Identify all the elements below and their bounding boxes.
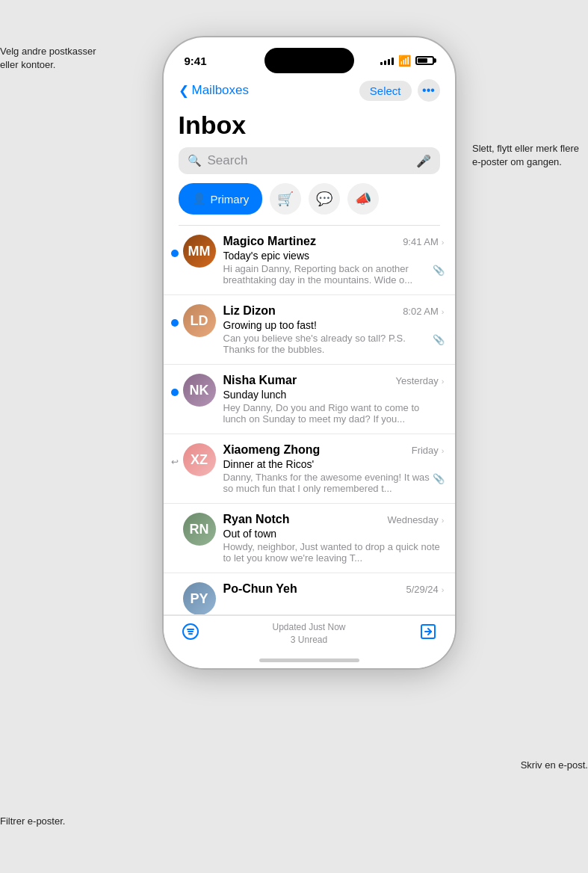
avatar: MM bbox=[183, 235, 216, 268]
attachment-icon: 📎 bbox=[433, 265, 445, 276]
email-subject: Growing up too fast! bbox=[223, 319, 445, 331]
update-info: Updated Just Now 3 Unread bbox=[272, 622, 345, 646]
chevron-right-icon: › bbox=[442, 238, 445, 247]
tab-messages[interactable]: 💬 bbox=[309, 183, 340, 215]
filter-icon bbox=[182, 626, 199, 644]
mailboxes-label: Mailboxes bbox=[192, 83, 250, 98]
replied-indicator: ↩ bbox=[171, 458, 179, 466]
email-item[interactable]: NK Nisha Kumar Yesterday › Sunday lunch … bbox=[164, 365, 455, 434]
email-item[interactable]: PY Po-Chun Yeh 5/29/24 › bbox=[164, 573, 455, 615]
chat-bubble-icon: 💬 bbox=[316, 191, 332, 207]
email-item[interactable]: RN Ryan Notch Wednesday › Out of town Ho… bbox=[164, 504, 455, 573]
email-subject: Dinner at the Ricos' bbox=[223, 458, 445, 470]
filter-button[interactable] bbox=[182, 623, 199, 645]
nav-bar: ❮ Mailboxes Select ••• bbox=[164, 78, 455, 108]
annotation-top-left: Velg andre postkasser eller kontoer. bbox=[0, 45, 105, 72]
microphone-icon[interactable]: 🎤 bbox=[416, 154, 431, 168]
email-preview: Danny, Thanks for the awesome evening! I… bbox=[223, 472, 433, 494]
email-header: Magico Martinez 9:41 AM › bbox=[223, 235, 445, 248]
email-preview: Can you believe she's already so tall? P… bbox=[223, 333, 433, 355]
unread-indicator bbox=[171, 389, 179, 396]
email-meta: 8:02 AM › bbox=[403, 306, 444, 317]
no-indicator bbox=[171, 528, 179, 535]
email-list: MM Magico Martinez 9:41 AM › Today's epi… bbox=[164, 226, 455, 615]
email-item[interactable]: MM Magico Martinez 9:41 AM › Today's epi… bbox=[164, 226, 455, 295]
mailboxes-back-button[interactable]: ❮ Mailboxes bbox=[179, 83, 250, 99]
chevron-right-icon: › bbox=[442, 585, 445, 594]
email-subject: Today's epic views bbox=[223, 250, 445, 262]
email-subject: Sunday lunch bbox=[223, 389, 445, 401]
avatar: XZ bbox=[183, 443, 216, 476]
tab-primary-label: Primary bbox=[211, 193, 250, 206]
compose-button[interactable] bbox=[419, 623, 437, 645]
unread-indicator bbox=[171, 250, 179, 257]
dynamic-island bbox=[264, 48, 354, 73]
page-title: Inbox bbox=[164, 108, 455, 147]
tab-shopping[interactable]: 🛒 bbox=[270, 183, 301, 215]
shopping-cart-icon: 🛒 bbox=[277, 191, 294, 207]
sender-name: Ryan Notch bbox=[223, 513, 290, 526]
sender-name: Po-Chun Yeh bbox=[223, 582, 297, 596]
email-header: Nisha Kumar Yesterday › bbox=[223, 374, 445, 387]
tab-primary[interactable]: 👤 Primary bbox=[179, 183, 263, 215]
email-header: Ryan Notch Wednesday › bbox=[223, 513, 445, 526]
chevron-right-icon: › bbox=[442, 516, 445, 525]
compose-icon bbox=[419, 626, 437, 644]
email-meta: 5/29/24 › bbox=[406, 584, 444, 595]
email-preview: Hey Danny, Do you and Rigo want to come … bbox=[223, 402, 445, 425]
select-button[interactable]: Select bbox=[359, 81, 412, 101]
status-icons: 📶 bbox=[380, 55, 434, 67]
chevron-right-icon: › bbox=[442, 446, 445, 455]
email-content: Ryan Notch Wednesday › Out of town Howdy… bbox=[223, 513, 445, 564]
email-preview: Howdy, neighbor, Just wanted to drop a q… bbox=[223, 541, 445, 564]
tab-promotions[interactable]: 📣 bbox=[347, 183, 379, 215]
email-meta: Wednesday › bbox=[387, 514, 444, 525]
email-content: Po-Chun Yeh 5/29/24 › bbox=[223, 582, 445, 597]
annotation-bottom-right: Skriv en e-post. bbox=[521, 759, 588, 772]
attachment-icon: 📎 bbox=[433, 334, 445, 345]
email-content: Liz Dizon 8:02 AM › Growing up too fast!… bbox=[223, 304, 445, 355]
avatar: NK bbox=[183, 374, 216, 407]
email-subject: Out of town bbox=[223, 528, 445, 540]
email-time: Friday bbox=[412, 445, 439, 456]
wifi-icon: 📶 bbox=[398, 55, 411, 67]
chevron-left-icon: ❮ bbox=[179, 83, 189, 99]
status-time: 9:41 bbox=[185, 55, 207, 67]
email-meta: Yesterday › bbox=[395, 375, 444, 386]
megaphone-icon: 📣 bbox=[355, 191, 371, 207]
sender-name: Nisha Kumar bbox=[223, 374, 297, 387]
unread-indicator bbox=[171, 319, 179, 327]
search-icon: 🔍 bbox=[188, 154, 202, 167]
email-time: Yesterday bbox=[395, 375, 438, 386]
email-preview: Hi again Danny, Reporting back on anothe… bbox=[223, 263, 433, 286]
more-button[interactable]: ••• bbox=[418, 79, 440, 102]
home-indicator bbox=[259, 658, 359, 662]
avatar: LD bbox=[183, 304, 216, 337]
nav-actions: Select ••• bbox=[359, 79, 440, 102]
email-item[interactable]: LD Liz Dizon 8:02 AM › Growing up too fa… bbox=[164, 295, 455, 365]
unread-count: 3 Unread bbox=[291, 635, 327, 645]
signal-icon bbox=[380, 56, 394, 65]
email-content: Magico Martinez 9:41 AM › Today's epic v… bbox=[223, 235, 445, 286]
primary-person-icon: 👤 bbox=[192, 192, 206, 206]
search-placeholder: Search bbox=[208, 153, 410, 168]
no-indicator bbox=[171, 597, 179, 605]
attachment-icon: 📎 bbox=[433, 473, 445, 484]
email-header: Liz Dizon 8:02 AM › bbox=[223, 304, 445, 318]
email-item[interactable]: ↩ XZ Xiaomeng Zhong Friday › Dinner at t… bbox=[164, 434, 455, 504]
chevron-right-icon: › bbox=[442, 377, 445, 386]
avatar: PY bbox=[183, 582, 216, 615]
page-container: Velg andre postkasser eller kontoer. Sle… bbox=[0, 15, 588, 873]
more-icon: ••• bbox=[422, 84, 435, 97]
email-header: Xiaomeng Zhong Friday › bbox=[223, 443, 445, 457]
email-time: 8:02 AM bbox=[403, 306, 439, 317]
email-time: 9:41 AM bbox=[403, 236, 439, 247]
email-time: Wednesday bbox=[387, 514, 438, 525]
email-header: Po-Chun Yeh 5/29/24 › bbox=[223, 582, 445, 596]
sender-name: Xiaomeng Zhong bbox=[223, 443, 321, 457]
email-content: Xiaomeng Zhong Friday › Dinner at the Ri… bbox=[223, 443, 445, 494]
search-bar[interactable]: 🔍 Search 🎤 bbox=[179, 147, 440, 174]
battery-icon bbox=[415, 56, 434, 65]
sender-name: Magico Martinez bbox=[223, 235, 316, 248]
phone-frame: 9:41 📶 ❮ Mailboxes Select bbox=[164, 37, 455, 668]
